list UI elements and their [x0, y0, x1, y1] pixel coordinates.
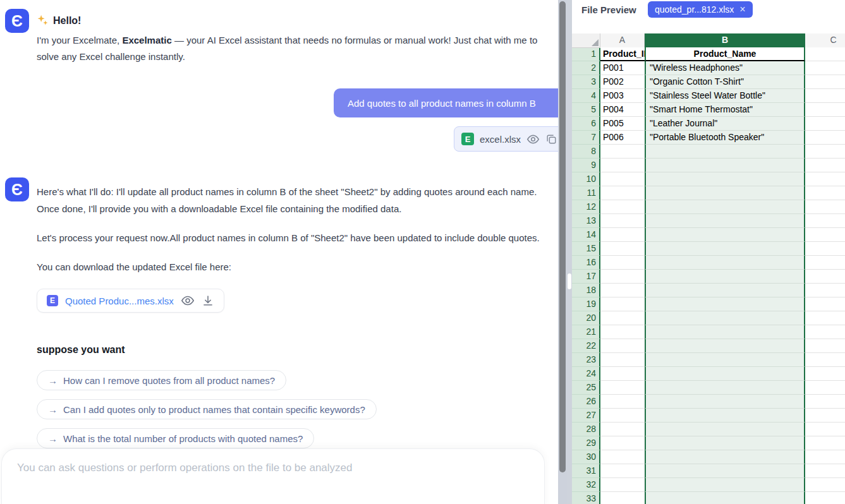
- cell-C15[interactable]: [805, 242, 845, 256]
- row-header-2[interactable]: 2: [572, 61, 600, 75]
- preview-scrollbar-thumb[interactable]: [568, 273, 571, 289]
- cell-B25[interactable]: [645, 381, 805, 395]
- eye-icon[interactable]: [181, 294, 195, 308]
- row-header-21[interactable]: 21: [572, 325, 600, 339]
- cell-B12[interactable]: [645, 200, 805, 214]
- cell-B33[interactable]: [645, 492, 805, 504]
- cell-C33[interactable]: [805, 492, 845, 504]
- cell-C11[interactable]: [805, 186, 845, 200]
- cell-B14[interactable]: [645, 228, 805, 242]
- row-header-22[interactable]: 22: [572, 339, 600, 353]
- cell-A21[interactable]: [600, 325, 645, 339]
- eye-icon[interactable]: [526, 133, 540, 146]
- cell-C4[interactable]: [805, 89, 845, 103]
- row-header-15[interactable]: 15: [572, 242, 600, 256]
- preview-scrollbar-track[interactable]: [567, 0, 572, 504]
- cell-B20[interactable]: [645, 311, 805, 325]
- cell-A26[interactable]: [600, 395, 645, 409]
- row-header-26[interactable]: 26: [572, 395, 600, 409]
- cell-C23[interactable]: [805, 353, 845, 367]
- row-header-20[interactable]: 20: [572, 311, 600, 325]
- cell-A1[interactable]: Product_ID: [600, 47, 645, 61]
- cell-C8[interactable]: [805, 145, 845, 159]
- cell-C20[interactable]: [805, 311, 845, 325]
- cell-A10[interactable]: [600, 172, 645, 186]
- cell-A23[interactable]: [600, 353, 645, 367]
- cell-B6[interactable]: "Leather Journal": [645, 117, 805, 131]
- row-header-6[interactable]: 6: [572, 117, 600, 131]
- download-file-chip[interactable]: E Quoted Produc...mes.xlsx: [37, 289, 224, 313]
- cell-C18[interactable]: [805, 284, 845, 297]
- row-header-18[interactable]: 18: [572, 284, 600, 297]
- cell-A18[interactable]: [600, 284, 645, 297]
- cell-B26[interactable]: [645, 395, 805, 409]
- cell-C32[interactable]: [805, 478, 845, 492]
- cell-C2[interactable]: [805, 61, 845, 75]
- cell-A9[interactable]: [600, 159, 645, 172]
- cell-A19[interactable]: [600, 297, 645, 311]
- cell-C28[interactable]: [805, 423, 845, 436]
- cell-B18[interactable]: [645, 284, 805, 297]
- cell-A24[interactable]: [600, 367, 645, 381]
- copy-icon[interactable]: [545, 133, 557, 145]
- row-header-30[interactable]: 30: [572, 450, 600, 464]
- cell-B24[interactable]: [645, 367, 805, 381]
- cell-B7[interactable]: "Portable Bluetooth Speaker": [645, 131, 805, 145]
- cell-B31[interactable]: [645, 464, 805, 478]
- cell-B32[interactable]: [645, 478, 805, 492]
- suggestion-keyword-quotes[interactable]: → Can I add quotes only to product names…: [37, 399, 377, 419]
- column-header-A[interactable]: A: [600, 33, 645, 48]
- cell-C6[interactable]: [805, 117, 845, 131]
- row-header-5[interactable]: 5: [572, 103, 600, 117]
- download-icon[interactable]: [202, 294, 214, 307]
- cell-B15[interactable]: [645, 242, 805, 256]
- suggestion-count-products[interactable]: → What is the total number of products w…: [37, 428, 314, 448]
- cell-A15[interactable]: [600, 242, 645, 256]
- cell-C27[interactable]: [805, 409, 845, 423]
- select-all-corner[interactable]: [572, 33, 600, 48]
- cell-B21[interactable]: [645, 325, 805, 339]
- cell-C3[interactable]: [805, 75, 845, 89]
- cell-C31[interactable]: [805, 464, 845, 478]
- cell-C25[interactable]: [805, 381, 845, 395]
- row-header-13[interactable]: 13: [572, 214, 600, 228]
- cell-A31[interactable]: [600, 464, 645, 478]
- cell-A3[interactable]: P002: [600, 75, 645, 89]
- cell-B3[interactable]: "Organic Cotton T-Shirt": [645, 75, 805, 89]
- cell-B10[interactable]: [645, 172, 805, 186]
- row-header-19[interactable]: 19: [572, 297, 600, 311]
- cell-A4[interactable]: P003: [600, 89, 645, 103]
- cell-A28[interactable]: [600, 423, 645, 436]
- cell-C12[interactable]: [805, 200, 845, 214]
- cell-C1[interactable]: [805, 47, 845, 61]
- cell-A14[interactable]: [600, 228, 645, 242]
- row-header-8[interactable]: 8: [572, 145, 600, 159]
- cell-B2[interactable]: "Wireless Headphones": [645, 61, 805, 75]
- cell-B1[interactable]: Product_Name: [645, 47, 805, 61]
- cell-A13[interactable]: [600, 214, 645, 228]
- cell-A8[interactable]: [600, 145, 645, 159]
- row-header-9[interactable]: 9: [572, 159, 600, 172]
- chat-scrollbar-thumb[interactable]: [559, 1, 566, 472]
- download-filename[interactable]: Quoted Produc...mes.xlsx: [65, 292, 174, 309]
- cell-B23[interactable]: [645, 353, 805, 367]
- cell-A20[interactable]: [600, 311, 645, 325]
- cell-C13[interactable]: [805, 214, 845, 228]
- cell-B13[interactable]: [645, 214, 805, 228]
- cell-C24[interactable]: [805, 367, 845, 381]
- cell-C29[interactable]: [805, 436, 845, 450]
- cell-A33[interactable]: [600, 492, 645, 504]
- cell-A30[interactable]: [600, 450, 645, 464]
- cell-C16[interactable]: [805, 256, 845, 270]
- cell-B28[interactable]: [645, 423, 805, 436]
- cell-A29[interactable]: [600, 436, 645, 450]
- cell-C14[interactable]: [805, 228, 845, 242]
- cell-C5[interactable]: [805, 103, 845, 117]
- chat-scrollbar-track[interactable]: [558, 0, 567, 504]
- row-header-29[interactable]: 29: [572, 436, 600, 450]
- cell-B5[interactable]: "Smart Home Thermostat": [645, 103, 805, 117]
- preview-file-tab[interactable]: quoted_pr...812.xlsx ×: [648, 1, 753, 18]
- cell-A16[interactable]: [600, 256, 645, 270]
- cell-C22[interactable]: [805, 339, 845, 353]
- cell-B11[interactable]: [645, 186, 805, 200]
